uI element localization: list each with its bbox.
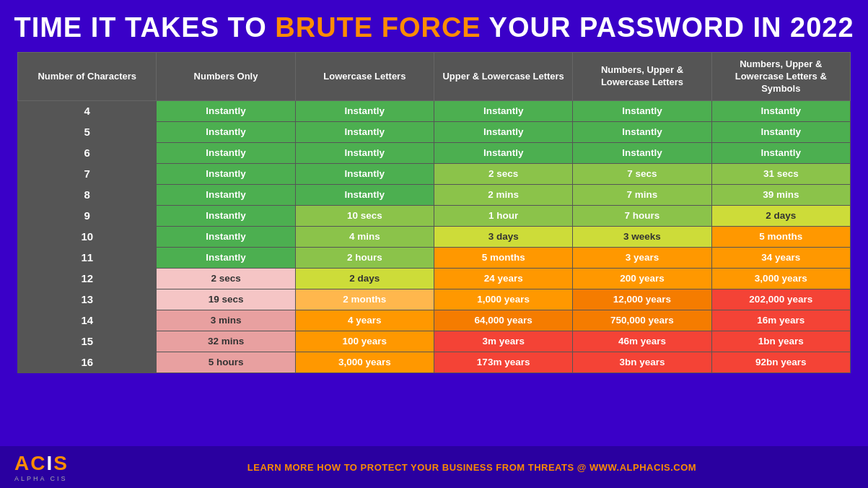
- table-cell: 3bn years: [573, 352, 711, 373]
- footer: ACIS ALPHA CIS LEARN MORE HOW TO PROTECT…: [0, 446, 868, 488]
- table-cell: Instantly: [295, 164, 434, 185]
- table-cell: 7 hours: [573, 206, 711, 227]
- row-chars: 5: [18, 122, 157, 143]
- row-chars: 4: [18, 101, 157, 122]
- table-cell: Instantly: [157, 122, 295, 143]
- table-cell: Instantly: [434, 122, 573, 143]
- table-cell: 32 mins: [157, 331, 295, 352]
- table-cell: 3 days: [434, 227, 573, 248]
- row-chars: 11: [18, 248, 157, 269]
- table-cell: 3m years: [434, 331, 573, 352]
- table-row: 10Instantly4 mins3 days3 weeks5 months: [18, 227, 851, 248]
- table-cell: Instantly: [157, 227, 295, 248]
- table-cell: Instantly: [295, 185, 434, 206]
- table-cell: Instantly: [711, 143, 850, 164]
- table-cell: Instantly: [157, 206, 295, 227]
- table-cell: 2 mins: [434, 185, 573, 206]
- logo: ACIS ALPHA CIS: [14, 452, 69, 482]
- table-cell: Instantly: [295, 143, 434, 164]
- table-cell: 7 mins: [573, 185, 711, 206]
- table-cell: 3 weeks: [573, 227, 711, 248]
- data-table-container: Number of Characters Numbers Only Lowerc…: [17, 52, 851, 374]
- table-cell: 3,000 years: [295, 352, 434, 373]
- table-row: 122 secs2 days24 years200 years3,000 yea…: [18, 269, 851, 289]
- table-cell: 24 years: [434, 269, 573, 289]
- table-cell: 173m years: [434, 352, 573, 373]
- col-header-upper-lower: Upper & Lowercase Letters: [434, 52, 573, 101]
- row-chars: 6: [18, 143, 157, 164]
- table-cell: Instantly: [157, 101, 295, 122]
- table-cell: 34 years: [711, 248, 850, 269]
- table-cell: 92bn years: [711, 352, 850, 373]
- table-cell: Instantly: [157, 185, 295, 206]
- table-cell: 4 years: [295, 310, 434, 331]
- table-cell: 10 secs: [295, 206, 434, 227]
- row-chars: 13: [18, 289, 157, 310]
- table-cell: 1,000 years: [434, 289, 573, 310]
- table-cell: Instantly: [295, 101, 434, 122]
- table-cell: Instantly: [157, 248, 295, 269]
- table-cell: 3 mins: [157, 310, 295, 331]
- table-cell: 3 years: [573, 248, 711, 269]
- table-cell: 3,000 years: [711, 269, 850, 289]
- table-cell: 750,000 years: [573, 310, 711, 331]
- table-cell: 200 years: [573, 269, 711, 289]
- table-cell: 46m years: [573, 331, 711, 352]
- table-cell: Instantly: [295, 122, 434, 143]
- footer-cta-text: LEARN MORE HOW TO PROTECT YOUR BUSINESS …: [247, 462, 696, 473]
- table-row: 8InstantlyInstantly2 mins7 mins39 mins: [18, 185, 851, 206]
- table-cell: 31 secs: [711, 164, 850, 185]
- table-row: 1319 secs2 months1,000 years12,000 years…: [18, 289, 851, 310]
- table-row: 4InstantlyInstantlyInstantlyInstantlyIns…: [18, 101, 851, 122]
- table-cell: 19 secs: [157, 289, 295, 310]
- table-row: 6InstantlyInstantlyInstantlyInstantlyIns…: [18, 143, 851, 164]
- table-cell: Instantly: [434, 101, 573, 122]
- table-cell: 2 days: [295, 269, 434, 289]
- page-title: TIME IT TAKES TO BRUTE FORCE YOUR PASSWO…: [0, 0, 868, 52]
- table-cell: Instantly: [434, 143, 573, 164]
- table-row: 7InstantlyInstantly2 secs7 secs31 secs: [18, 164, 851, 185]
- title-part2: YOUR PASSWORD IN 2022: [481, 12, 854, 43]
- table-cell: Instantly: [573, 143, 711, 164]
- table-cell: Instantly: [711, 101, 850, 122]
- table-cell: Instantly: [711, 122, 850, 143]
- table-row: 143 mins4 years64,000 years750,000 years…: [18, 310, 851, 331]
- table-cell: 2 days: [711, 206, 850, 227]
- table-cell: 202,000 years: [711, 289, 850, 310]
- title-highlight: BRUTE FORCE: [275, 12, 481, 43]
- row-chars: 8: [18, 185, 157, 206]
- table-cell: 16m years: [711, 310, 850, 331]
- logo-sub: ALPHA CIS: [14, 475, 68, 482]
- row-chars: 16: [18, 352, 157, 373]
- table-cell: 64,000 years: [434, 310, 573, 331]
- table-cell: 7 secs: [573, 164, 711, 185]
- table-cell: 4 mins: [295, 227, 434, 248]
- row-chars: 14: [18, 310, 157, 331]
- table-cell: Instantly: [157, 164, 295, 185]
- table-row: 9Instantly10 secs1 hour7 hours2 days: [18, 206, 851, 227]
- table-cell: Instantly: [573, 101, 711, 122]
- col-header-lowercase: Lowercase Letters: [295, 52, 434, 101]
- table-cell: 5 months: [434, 248, 573, 269]
- row-chars: 15: [18, 331, 157, 352]
- row-chars: 7: [18, 164, 157, 185]
- table-row: 5InstantlyInstantlyInstantlyInstantlyIns…: [18, 122, 851, 143]
- footer-cta: LEARN MORE HOW TO PROTECT YOUR BUSINESS …: [90, 462, 854, 473]
- col-header-nums-upper-lower: Numbers, Upper & Lowercase Letters: [573, 52, 711, 101]
- table-cell: 1bn years: [711, 331, 850, 352]
- password-table: Number of Characters Numbers Only Lowerc…: [17, 52, 851, 374]
- table-cell: 39 mins: [711, 185, 850, 206]
- table-cell: 2 secs: [157, 269, 295, 289]
- table-row: 165 hours3,000 years173m years3bn years9…: [18, 352, 851, 373]
- table-cell: Instantly: [573, 122, 711, 143]
- table-cell: 5 months: [711, 227, 850, 248]
- table-row: 11Instantly2 hours5 months3 years34 year…: [18, 248, 851, 269]
- col-header-chars: Number of Characters: [18, 52, 157, 101]
- table-cell: 2 hours: [295, 248, 434, 269]
- table-cell: 2 secs: [434, 164, 573, 185]
- table-cell: 100 years: [295, 331, 434, 352]
- col-header-all: Numbers, Upper & Lowercase Letters & Sym…: [711, 52, 850, 101]
- row-chars: 9: [18, 206, 157, 227]
- title-part1: TIME IT TAKES TO: [14, 12, 275, 43]
- table-cell: 1 hour: [434, 206, 573, 227]
